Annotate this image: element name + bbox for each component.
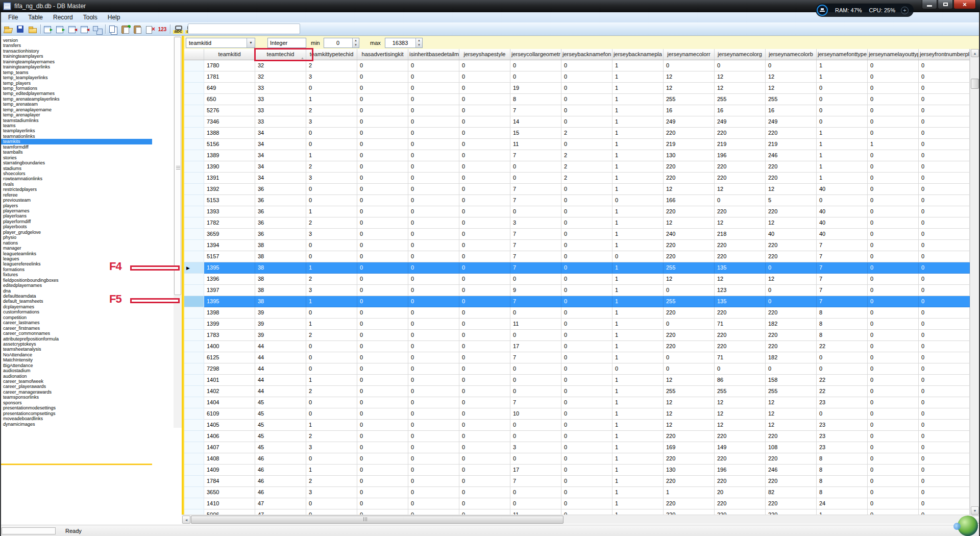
table-row[interactable]: 14064520000012202202202300 <box>184 431 970 442</box>
table-row[interactable]: 1390342000021220220220100 <box>184 161 970 173</box>
table-row[interactable]: 14074530003011691491082300 <box>184 442 970 453</box>
table-row[interactable]: 5157380000700220220220700 <box>184 251 970 262</box>
table-row[interactable]: ▶13953810007012551350700 <box>184 262 970 274</box>
sidebar-item-rowteamnationlinks[interactable]: rowteamnationlinks <box>1 176 152 181</box>
sidebar-item-default_teamsheets[interactable]: default_teamsheets <box>1 299 152 304</box>
table-row[interactable]: 51563400001101219219219110 <box>184 139 970 150</box>
sidebar-item-leagues[interactable]: leagues <box>1 256 152 261</box>
table-row[interactable]: 139738300090101230700 <box>184 285 970 296</box>
close-button[interactable]: × <box>953 0 976 9</box>
column-header-jerseynamecolorg[interactable]: jerseynamecolorg <box>715 49 766 60</box>
row-marker[interactable] <box>184 307 204 319</box>
sidebar-item-shoecolors[interactable]: shoecolors <box>1 171 152 176</box>
row-marker[interactable] <box>184 206 204 217</box>
sidebar-item-dna[interactable]: dna <box>1 288 152 294</box>
row-marker[interactable] <box>184 116 204 128</box>
sidebar-item-trainingteamplayers[interactable]: trainingteamplayers <box>1 54 152 59</box>
sidebar-item-sponsors[interactable]: sponsors <box>1 400 152 405</box>
sidebar-item-assetcryptokeys[interactable]: assetcryptokeys <box>1 342 152 347</box>
column-header-hasadvertisingkit[interactable]: hasadvertisingkit <box>357 49 408 60</box>
sidebar-item-career_lastnames[interactable]: career_lastnames <box>1 320 152 325</box>
table-row[interactable]: 365046300000112082800 <box>184 487 970 498</box>
row-marker[interactable] <box>184 363 204 375</box>
row-marker[interactable] <box>184 195 204 206</box>
column-header-jerseynamelayouttyp[interactable]: jerseynamelayouttyp <box>868 49 919 60</box>
row-marker[interactable] <box>184 487 204 498</box>
paste-record-icon[interactable] <box>119 23 132 35</box>
row-marker[interactable] <box>184 150 204 161</box>
sidebar-item-formations[interactable]: formations <box>1 267 152 272</box>
row-marker[interactable] <box>184 341 204 352</box>
column-header-jerseynamecolorr[interactable]: jerseynamecolorr <box>664 49 715 60</box>
table-row[interactable]: 1780322000001000100 <box>184 60 970 71</box>
table-row[interactable]: 140044000017012202202202200 <box>184 341 970 352</box>
row-marker[interactable] <box>184 274 204 285</box>
row-marker[interactable] <box>184 184 204 195</box>
column-header-jerseycollargeometr[interactable]: jerseycollargeometr <box>510 49 561 60</box>
sidebar-item-career_teamofweek[interactable]: career_teamofweek <box>1 379 152 384</box>
import-record-icon[interactable] <box>67 23 79 35</box>
row-marker[interactable] <box>184 408 204 420</box>
table-row[interactable]: 1396382000001121212700 <box>184 274 970 285</box>
table-row[interactable]: 14024420000012552552552200 <box>184 386 970 397</box>
spinner-arrows-icon[interactable]: ▲▼ <box>352 38 359 47</box>
sidebar-item-previousteam[interactable]: previousteam <box>1 198 152 203</box>
row-marker[interactable] <box>184 60 204 71</box>
row-marker[interactable] <box>184 94 204 105</box>
column-header-teamkittypetechid[interactable]: teamkittypetechid <box>306 49 357 60</box>
table-row[interactable]: 1408460000001220220220800 <box>184 453 970 465</box>
table-row[interactable]: 14044500007011212122300 <box>184 397 970 408</box>
overlay-expand-button[interactable]: + <box>901 7 909 14</box>
vertical-scrollbar[interactable]: ▲ ▼ <box>970 49 979 515</box>
sidebar-item-competition[interactable]: competition <box>1 315 152 320</box>
sidebar-item-teamsheetanalysis[interactable]: teamsheetanalysis <box>1 347 152 352</box>
column-header-jerseynamecolorb[interactable]: jerseynamecolorb <box>766 49 817 60</box>
sidebar-item-temp_teamplayerlinks[interactable]: temp_teamplayerlinks <box>1 75 152 80</box>
sidebar-item-player_grudgelove[interactable]: player_grudgelove <box>1 230 152 235</box>
sidebar-item-temp_arenaplayername[interactable]: temp_arenaplayername <box>1 107 152 112</box>
table-row[interactable]: 61094500001001121212000 <box>184 408 970 420</box>
sidebar-item-playerformdiff[interactable]: playerformdiff <box>1 219 152 224</box>
sidebar-item-teamkits[interactable]: teamkits <box>1 139 152 144</box>
sidebar-item-teamstadiumlinks[interactable]: teamstadiumlinks <box>1 118 152 123</box>
table-row[interactable]: 1394380000701220220220700 <box>184 240 970 251</box>
sidebar-item-leagueteamlinks[interactable]: leagueteamlinks <box>1 251 152 256</box>
row-marker[interactable] <box>184 105 204 116</box>
sidebar-item-manager[interactable]: manager <box>1 246 152 251</box>
sidebar-item-BigAttendance[interactable]: BigAttendance <box>1 363 152 368</box>
row-marker[interactable] <box>184 397 204 408</box>
sidebar-scrollbar[interactable] <box>174 36 182 428</box>
sidebar-item-transfers[interactable]: transfers <box>1 43 152 48</box>
table-row[interactable]: 13933610000012202202204000 <box>184 206 970 217</box>
table-row[interactable]: 6125440000701071182000 <box>184 352 970 363</box>
table-row[interactable]: 14104700000012202202202400 <box>184 498 970 509</box>
sidebar-item-NoAttendance[interactable]: NoAttendance <box>1 352 152 357</box>
numeric-mode-icon[interactable]: 123 <box>156 23 168 35</box>
column-header-jerseynamefonttype[interactable]: jerseynamefonttype <box>817 49 868 60</box>
sidebar-item-rivals[interactable]: rivals <box>1 182 152 187</box>
menu-item-help[interactable]: Help <box>103 12 126 22</box>
min-value-input[interactable] <box>324 38 352 47</box>
row-marker[interactable] <box>184 229 204 240</box>
row-marker[interactable] <box>184 352 204 363</box>
sidebar-item-physio[interactable]: physio <box>1 235 152 240</box>
table-row[interactable]: 14054510000011212122300 <box>184 420 970 431</box>
sidebar-item-career_managerawards[interactable]: career_managerawards <box>1 389 152 395</box>
row-marker[interactable] <box>184 476 204 487</box>
row-marker[interactable] <box>184 375 204 386</box>
table-row[interactable]: 3659363000701240218404000 <box>184 229 970 240</box>
find-icon[interactable]: abc <box>172 23 184 35</box>
sidebar-item-temp_arenateam[interactable]: temp_arenateam <box>1 102 152 107</box>
row-marker[interactable] <box>184 128 204 139</box>
column-header-isinheritbasedetailm[interactable]: isinheritbasedetailm <box>408 49 459 60</box>
sidebar-item-trainingteamplayerlinks[interactable]: trainingteamplayerlinks <box>1 64 152 69</box>
sidebar-item-teamsponsorlinks[interactable]: teamsponsorlinks <box>1 395 152 400</box>
table-row[interactable]: 13923600007011212124000 <box>184 184 970 195</box>
menu-item-record[interactable]: Record <box>48 12 78 22</box>
sidebar-item-starratingboundaries[interactable]: starratingboundaries <box>1 160 152 165</box>
sidebar-item-teamnationlinks[interactable]: teamnationlinks <box>1 134 152 139</box>
max-value-input[interactable] <box>385 38 415 47</box>
table-row[interactable]: 1391343000021220220220100 <box>184 173 970 184</box>
sidebar-item-playernames[interactable]: playernames <box>1 208 152 213</box>
sidebar-item-playerboots[interactable]: playerboots <box>1 224 152 229</box>
